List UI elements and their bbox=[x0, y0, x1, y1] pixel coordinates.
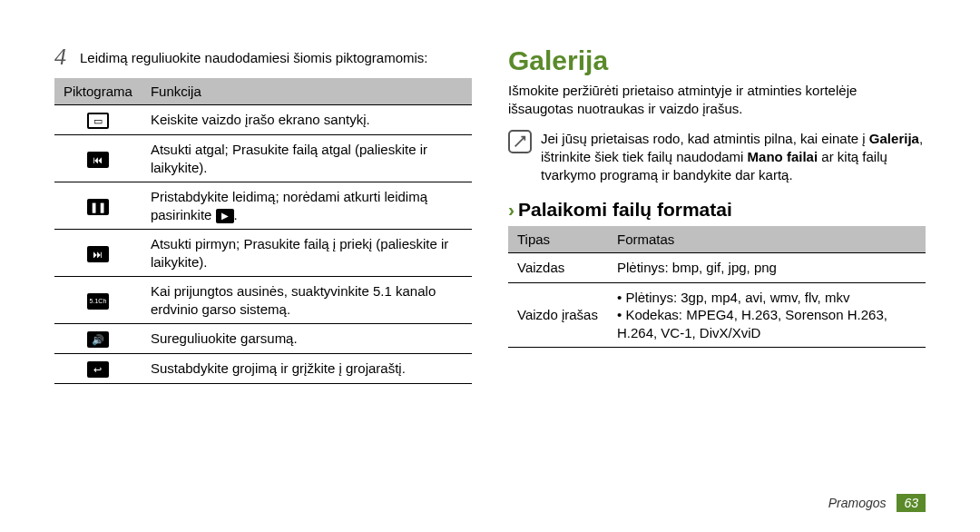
icon-cell: ❚❚ bbox=[54, 182, 142, 230]
table-row: ⏮Atsukti atgal; Prasukite failą atgal (p… bbox=[54, 135, 472, 182]
list-item: Kodekas: MPEG4, H.263, Sorenson H.263, H… bbox=[617, 306, 916, 341]
table-row: ↩Sustabdykite grojimą ir grįžkite į groj… bbox=[54, 354, 472, 384]
function-cell: Kai prijungtos ausinės, suaktyvinkite 5.… bbox=[142, 277, 472, 324]
forward-icon: ⏭ bbox=[87, 246, 109, 262]
header-function: Funkcija bbox=[142, 78, 472, 105]
list-item: Plėtinys: 3gp, mp4, avi, wmv, flv, mkv bbox=[617, 289, 916, 307]
header-format: Formatas bbox=[608, 226, 926, 253]
footer-section: Pramogos bbox=[828, 496, 887, 510]
back-icon: ↩ bbox=[87, 361, 109, 378]
table-row: ▭Keiskite vaizdo įrašo ekrano santykį. bbox=[54, 105, 472, 135]
table-row: Vaizdo įrašasPlėtinys: 3gp, mp4, avi, wm… bbox=[508, 282, 926, 348]
subheading: ›Palaikomi failų formatai bbox=[508, 199, 926, 221]
header-type: Tipas bbox=[508, 226, 608, 253]
screen-ratio-icon: ▭ bbox=[87, 113, 109, 129]
intro-text: Išmokite peržiūrėti prietaiso atmintyje … bbox=[508, 82, 926, 119]
type-cell: Vaizdas bbox=[508, 253, 608, 283]
icon-cell: ⏮ bbox=[54, 135, 142, 182]
footer-page-number: 63 bbox=[897, 494, 926, 512]
icon-cell: 5.1Ch bbox=[54, 277, 142, 324]
table-row: ⏭Atsukti pirmyn; Prasukite failą į priek… bbox=[54, 230, 472, 277]
table-row: ❚❚Pristabdykite leidimą; norėdami atkurt… bbox=[54, 182, 472, 230]
function-cell: Pristabdykite leidimą; norėdami atkurti … bbox=[142, 182, 472, 230]
function-cell: Atsukti atgal; Prasukite failą atgal (pa… bbox=[142, 135, 472, 182]
header-icon: Piktograma bbox=[54, 78, 142, 105]
icon-cell: 🔊 bbox=[54, 324, 142, 354]
step-4: 4 Leidimą reguliuokite naudodamiesi šiom… bbox=[54, 45, 472, 69]
table-row: 5.1ChKai prijungtos ausinės, suaktyvinki… bbox=[54, 277, 472, 324]
rewind-icon: ⏮ bbox=[87, 152, 109, 168]
icon-cell: ▭ bbox=[54, 105, 142, 135]
function-cell: Atsukti pirmyn; Prasukite failą į priekį… bbox=[142, 230, 472, 277]
type-cell: Vaizdo įrašas bbox=[508, 282, 608, 348]
format-cell: Plėtinys: bmp, gif, jpg, png bbox=[608, 253, 926, 283]
right-column: Galerija Išmokite peržiūrėti prietaiso a… bbox=[508, 45, 926, 384]
icon-function-table: Piktograma Funkcija ▭Keiskite vaizdo įra… bbox=[54, 78, 472, 384]
format-cell: Plėtinys: 3gp, mp4, avi, wmv, flv, mkvKo… bbox=[608, 282, 926, 348]
note-text: Jei jūsų prietaisas rodo, kad atmintis p… bbox=[541, 130, 926, 185]
function-cell: Sustabdykite grojimą ir grįžkite į groja… bbox=[142, 354, 472, 384]
pause-icon: ❚❚ bbox=[87, 199, 109, 215]
play-icon: ▶ bbox=[216, 209, 234, 223]
table-row: 🔊Sureguliuokite garsumą. bbox=[54, 324, 472, 354]
format-table: Tipas Formatas VaizdasPlėtinys: bmp, gif… bbox=[508, 226, 926, 348]
page-title: Galerija bbox=[508, 45, 926, 76]
icon-cell: ↩ bbox=[54, 354, 142, 384]
step-instruction: Leidimą reguliuokite naudodamiesi šiomis… bbox=[80, 45, 428, 69]
left-column: 4 Leidimą reguliuokite naudodamiesi šiom… bbox=[54, 45, 472, 384]
volume-icon: 🔊 bbox=[87, 331, 109, 348]
function-cell: Sureguliuokite garsumą. bbox=[142, 324, 472, 354]
icon-cell: ⏭ bbox=[54, 230, 142, 277]
page-footer: Pramogos 63 bbox=[828, 494, 926, 512]
note-icon bbox=[508, 130, 532, 153]
table-row: VaizdasPlėtinys: bmp, gif, jpg, png bbox=[508, 253, 926, 283]
function-cell: Keiskite vaizdo įrašo ekrano santykį. bbox=[142, 105, 472, 135]
surround-icon: 5.1Ch bbox=[87, 293, 109, 310]
note-box: Jei jūsų prietaisas rodo, kad atmintis p… bbox=[508, 130, 926, 185]
step-number: 4 bbox=[54, 45, 73, 69]
chevron-icon: › bbox=[508, 199, 514, 220]
